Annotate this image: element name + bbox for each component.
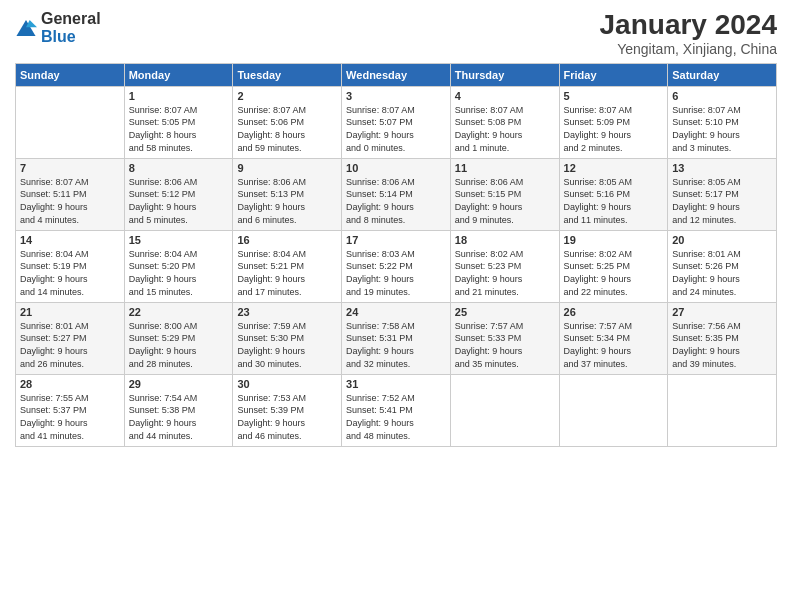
day-info: Sunrise: 8:05 AM Sunset: 5:16 PM Dayligh… [564,176,664,226]
day-info: Sunrise: 7:59 AM Sunset: 5:30 PM Dayligh… [237,320,337,370]
day-info: Sunrise: 8:07 AM Sunset: 5:11 PM Dayligh… [20,176,120,226]
week-row-3: 14Sunrise: 8:04 AM Sunset: 5:19 PM Dayli… [16,230,777,302]
day-info: Sunrise: 8:06 AM Sunset: 5:13 PM Dayligh… [237,176,337,226]
title-block: January 2024 Yengitam, Xinjiang, China [600,10,777,57]
day-info: Sunrise: 8:02 AM Sunset: 5:25 PM Dayligh… [564,248,664,298]
main-title: January 2024 [600,10,777,41]
calendar-cell: 23Sunrise: 7:59 AM Sunset: 5:30 PM Dayli… [233,302,342,374]
calendar-cell: 2Sunrise: 8:07 AM Sunset: 5:06 PM Daylig… [233,86,342,158]
week-row-4: 21Sunrise: 8:01 AM Sunset: 5:27 PM Dayli… [16,302,777,374]
day-number: 14 [20,234,120,246]
logo-blue: Blue [41,28,76,45]
day-info: Sunrise: 8:07 AM Sunset: 5:08 PM Dayligh… [455,104,555,154]
day-number: 16 [237,234,337,246]
calendar-cell: 7Sunrise: 8:07 AM Sunset: 5:11 PM Daylig… [16,158,125,230]
day-header-wednesday: Wednesday [342,63,451,86]
header-row-days: SundayMondayTuesdayWednesdayThursdayFrid… [16,63,777,86]
sub-title: Yengitam, Xinjiang, China [600,41,777,57]
calendar-cell [668,374,777,446]
day-header-monday: Monday [124,63,233,86]
week-row-2: 7Sunrise: 8:07 AM Sunset: 5:11 PM Daylig… [16,158,777,230]
calendar-cell: 10Sunrise: 8:06 AM Sunset: 5:14 PM Dayli… [342,158,451,230]
day-number: 12 [564,162,664,174]
day-info: Sunrise: 8:07 AM Sunset: 5:05 PM Dayligh… [129,104,229,154]
calendar-cell: 31Sunrise: 7:52 AM Sunset: 5:41 PM Dayli… [342,374,451,446]
day-info: Sunrise: 8:04 AM Sunset: 5:21 PM Dayligh… [237,248,337,298]
svg-marker-0 [16,20,35,36]
calendar-cell: 13Sunrise: 8:05 AM Sunset: 5:17 PM Dayli… [668,158,777,230]
calendar-cell: 29Sunrise: 7:54 AM Sunset: 5:38 PM Dayli… [124,374,233,446]
day-number: 2 [237,90,337,102]
day-number: 8 [129,162,229,174]
day-number: 28 [20,378,120,390]
day-info: Sunrise: 8:06 AM Sunset: 5:14 PM Dayligh… [346,176,446,226]
day-info: Sunrise: 8:07 AM Sunset: 5:06 PM Dayligh… [237,104,337,154]
calendar-cell: 8Sunrise: 8:06 AM Sunset: 5:12 PM Daylig… [124,158,233,230]
day-number: 22 [129,306,229,318]
calendar-cell: 6Sunrise: 8:07 AM Sunset: 5:10 PM Daylig… [668,86,777,158]
calendar-cell: 19Sunrise: 8:02 AM Sunset: 5:25 PM Dayli… [559,230,668,302]
day-info: Sunrise: 8:04 AM Sunset: 5:19 PM Dayligh… [20,248,120,298]
calendar-cell: 27Sunrise: 7:56 AM Sunset: 5:35 PM Dayli… [668,302,777,374]
calendar-cell: 16Sunrise: 8:04 AM Sunset: 5:21 PM Dayli… [233,230,342,302]
day-info: Sunrise: 7:52 AM Sunset: 5:41 PM Dayligh… [346,392,446,442]
day-info: Sunrise: 8:00 AM Sunset: 5:29 PM Dayligh… [129,320,229,370]
calendar-cell: 3Sunrise: 8:07 AM Sunset: 5:07 PM Daylig… [342,86,451,158]
day-info: Sunrise: 8:07 AM Sunset: 5:07 PM Dayligh… [346,104,446,154]
calendar-cell: 26Sunrise: 7:57 AM Sunset: 5:34 PM Dayli… [559,302,668,374]
day-info: Sunrise: 8:01 AM Sunset: 5:27 PM Dayligh… [20,320,120,370]
calendar-cell: 28Sunrise: 7:55 AM Sunset: 5:37 PM Dayli… [16,374,125,446]
calendar-cell: 9Sunrise: 8:06 AM Sunset: 5:13 PM Daylig… [233,158,342,230]
day-info: Sunrise: 8:06 AM Sunset: 5:15 PM Dayligh… [455,176,555,226]
day-info: Sunrise: 8:05 AM Sunset: 5:17 PM Dayligh… [672,176,772,226]
day-info: Sunrise: 8:07 AM Sunset: 5:10 PM Dayligh… [672,104,772,154]
day-header-saturday: Saturday [668,63,777,86]
day-header-tuesday: Tuesday [233,63,342,86]
day-number: 9 [237,162,337,174]
day-info: Sunrise: 7:58 AM Sunset: 5:31 PM Dayligh… [346,320,446,370]
calendar-cell: 11Sunrise: 8:06 AM Sunset: 5:15 PM Dayli… [450,158,559,230]
day-number: 21 [20,306,120,318]
day-info: Sunrise: 7:56 AM Sunset: 5:35 PM Dayligh… [672,320,772,370]
header-row: General Blue January 2024 Yengitam, Xinj… [15,10,777,57]
calendar-cell [450,374,559,446]
day-info: Sunrise: 8:04 AM Sunset: 5:20 PM Dayligh… [129,248,229,298]
calendar-cell: 18Sunrise: 8:02 AM Sunset: 5:23 PM Dayli… [450,230,559,302]
main-container: General Blue January 2024 Yengitam, Xinj… [0,0,792,452]
day-info: Sunrise: 7:53 AM Sunset: 5:39 PM Dayligh… [237,392,337,442]
day-header-thursday: Thursday [450,63,559,86]
calendar-cell: 17Sunrise: 8:03 AM Sunset: 5:22 PM Dayli… [342,230,451,302]
day-number: 23 [237,306,337,318]
calendar-cell: 20Sunrise: 8:01 AM Sunset: 5:26 PM Dayli… [668,230,777,302]
calendar-cell: 25Sunrise: 7:57 AM Sunset: 5:33 PM Dayli… [450,302,559,374]
day-number: 31 [346,378,446,390]
calendar-cell: 14Sunrise: 8:04 AM Sunset: 5:19 PM Dayli… [16,230,125,302]
logo-icon [15,17,37,39]
calendar-cell [16,86,125,158]
day-number: 13 [672,162,772,174]
day-number: 27 [672,306,772,318]
calendar-cell: 1Sunrise: 8:07 AM Sunset: 5:05 PM Daylig… [124,86,233,158]
calendar-cell: 12Sunrise: 8:05 AM Sunset: 5:16 PM Dayli… [559,158,668,230]
day-number: 6 [672,90,772,102]
day-number: 3 [346,90,446,102]
day-number: 17 [346,234,446,246]
day-number: 11 [455,162,555,174]
day-number: 20 [672,234,772,246]
day-info: Sunrise: 7:55 AM Sunset: 5:37 PM Dayligh… [20,392,120,442]
day-info: Sunrise: 8:06 AM Sunset: 5:12 PM Dayligh… [129,176,229,226]
calendar-cell: 24Sunrise: 7:58 AM Sunset: 5:31 PM Dayli… [342,302,451,374]
day-info: Sunrise: 8:02 AM Sunset: 5:23 PM Dayligh… [455,248,555,298]
day-info: Sunrise: 7:57 AM Sunset: 5:34 PM Dayligh… [564,320,664,370]
logo: General Blue [15,10,101,46]
calendar-cell: 21Sunrise: 8:01 AM Sunset: 5:27 PM Dayli… [16,302,125,374]
day-number: 4 [455,90,555,102]
calendar-cell: 4Sunrise: 8:07 AM Sunset: 5:08 PM Daylig… [450,86,559,158]
day-number: 1 [129,90,229,102]
day-info: Sunrise: 8:03 AM Sunset: 5:22 PM Dayligh… [346,248,446,298]
day-number: 19 [564,234,664,246]
day-number: 18 [455,234,555,246]
calendar-cell: 5Sunrise: 8:07 AM Sunset: 5:09 PM Daylig… [559,86,668,158]
week-row-1: 1Sunrise: 8:07 AM Sunset: 5:05 PM Daylig… [16,86,777,158]
logo-general: General [41,10,101,27]
